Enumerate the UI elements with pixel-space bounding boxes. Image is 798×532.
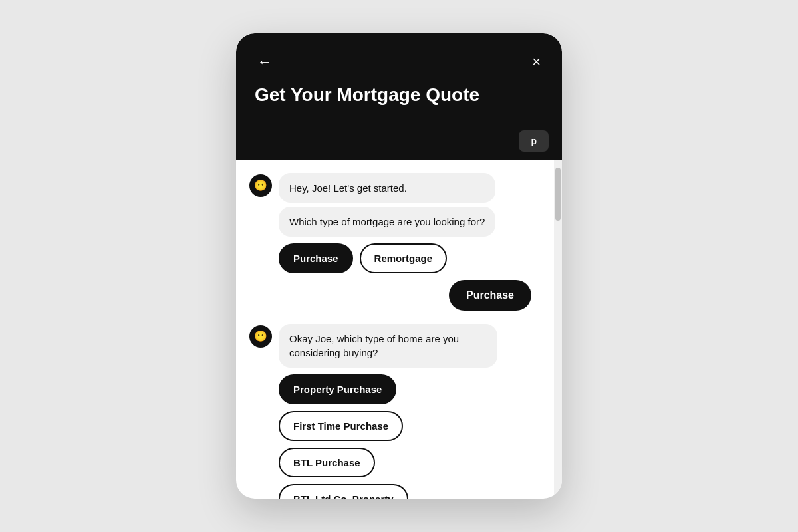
bot-icon-1: 😶 (254, 179, 267, 192)
user-bubble-1: Purchase (449, 280, 531, 311)
phone-container: ← × Get Your Mortgage Quote p 😶 Hey, Joe… (236, 33, 562, 499)
scrollbar-thumb[interactable] (555, 168, 561, 221)
bot-messages-1: Hey, Joe! Let's get started. Which type … (279, 173, 495, 273)
scrollbar-track[interactable] (554, 160, 562, 499)
page-title: Get Your Mortgage Quote (255, 84, 543, 106)
bot-avatar-1: 😶 (249, 174, 272, 197)
option-first-time-purchase[interactable]: First Time Purchase (279, 411, 403, 441)
header: ← × Get Your Mortgage Quote (236, 33, 562, 125)
back-button[interactable]: ← (255, 52, 275, 72)
option-property-purchase[interactable]: Property Purchase (279, 374, 396, 404)
bot-avatar-2: 😶 (249, 325, 272, 348)
chat-area: 😶 Hey, Joe! Let's get started. Which typ… (236, 160, 554, 499)
top-bar-button[interactable]: p (519, 130, 549, 152)
mortgage-options-row: Purchase Remortgage (279, 243, 495, 273)
header-nav: ← × (255, 52, 543, 72)
greeting-bubble: Hey, Joe! Let's get started. (279, 173, 495, 203)
bot-message-group-1: 😶 Hey, Joe! Let's get started. Which typ… (249, 173, 541, 273)
bot-messages-2: Okay Joe, which type of home are you con… (279, 324, 497, 499)
chat-area-wrapper: 😶 Hey, Joe! Let's get started. Which typ… (236, 160, 562, 499)
bot-message-group-2: 😶 Okay Joe, which type of home are you c… (249, 324, 541, 499)
question2-bubble: Okay Joe, which type of home are you con… (279, 324, 497, 368)
user-reply-1-row: Purchase (249, 280, 541, 311)
home-options-row: Property Purchase First Time Purchase BT… (279, 374, 497, 499)
close-button[interactable]: × (529, 52, 543, 72)
option-btl-ltd[interactable]: BTL Ltd Co. Property (279, 484, 408, 499)
bot-icon-2: 😶 (254, 330, 267, 342)
option-btl-purchase[interactable]: BTL Purchase (279, 448, 375, 477)
option-remortgage[interactable]: Remortgage (360, 243, 448, 273)
top-bar: p (236, 125, 562, 160)
question1-bubble: Which type of mortgage are you looking f… (279, 207, 495, 237)
option-purchase[interactable]: Purchase (279, 243, 353, 273)
